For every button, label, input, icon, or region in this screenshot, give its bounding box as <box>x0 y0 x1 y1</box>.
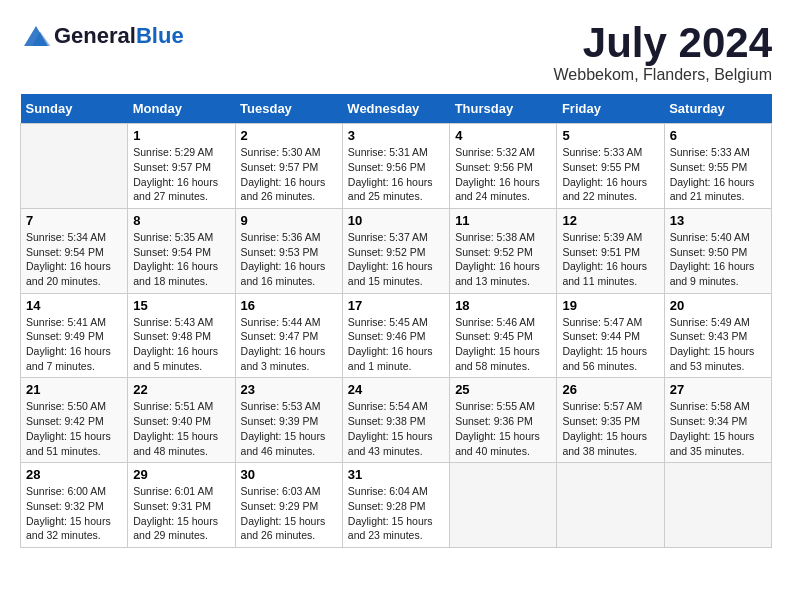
day-number: 2 <box>241 128 337 143</box>
logo: GeneralBlue <box>20 20 184 52</box>
day-info: Sunrise: 5:33 AMSunset: 9:55 PMDaylight:… <box>670 145 766 204</box>
day-number: 1 <box>133 128 229 143</box>
header-monday: Monday <box>128 94 235 124</box>
title-block: July 2024 Webbekom, Flanders, Belgium <box>554 20 772 84</box>
day-info: Sunrise: 6:04 AMSunset: 9:28 PMDaylight:… <box>348 484 444 543</box>
calendar-cell: 27Sunrise: 5:58 AMSunset: 9:34 PMDayligh… <box>664 378 771 463</box>
calendar-cell: 7Sunrise: 5:34 AMSunset: 9:54 PMDaylight… <box>21 208 128 293</box>
day-number: 20 <box>670 298 766 313</box>
day-info: Sunrise: 5:47 AMSunset: 9:44 PMDaylight:… <box>562 315 658 374</box>
day-number: 10 <box>348 213 444 228</box>
week-row-5: 28Sunrise: 6:00 AMSunset: 9:32 PMDayligh… <box>21 463 772 548</box>
calendar-cell: 17Sunrise: 5:45 AMSunset: 9:46 PMDayligh… <box>342 293 449 378</box>
day-number: 23 <box>241 382 337 397</box>
week-row-1: 1Sunrise: 5:29 AMSunset: 9:57 PMDaylight… <box>21 124 772 209</box>
day-info: Sunrise: 5:35 AMSunset: 9:54 PMDaylight:… <box>133 230 229 289</box>
day-info: Sunrise: 5:38 AMSunset: 9:52 PMDaylight:… <box>455 230 551 289</box>
logo-blue-text: Blue <box>136 23 184 49</box>
day-number: 3 <box>348 128 444 143</box>
day-info: Sunrise: 6:03 AMSunset: 9:29 PMDaylight:… <box>241 484 337 543</box>
day-info: Sunrise: 5:32 AMSunset: 9:56 PMDaylight:… <box>455 145 551 204</box>
calendar-cell: 24Sunrise: 5:54 AMSunset: 9:38 PMDayligh… <box>342 378 449 463</box>
day-info: Sunrise: 5:51 AMSunset: 9:40 PMDaylight:… <box>133 399 229 458</box>
calendar-cell: 25Sunrise: 5:55 AMSunset: 9:36 PMDayligh… <box>450 378 557 463</box>
header-thursday: Thursday <box>450 94 557 124</box>
calendar-cell: 22Sunrise: 5:51 AMSunset: 9:40 PMDayligh… <box>128 378 235 463</box>
week-row-4: 21Sunrise: 5:50 AMSunset: 9:42 PMDayligh… <box>21 378 772 463</box>
day-number: 6 <box>670 128 766 143</box>
calendar-cell: 12Sunrise: 5:39 AMSunset: 9:51 PMDayligh… <box>557 208 664 293</box>
day-info: Sunrise: 5:49 AMSunset: 9:43 PMDaylight:… <box>670 315 766 374</box>
day-number: 31 <box>348 467 444 482</box>
calendar-cell: 29Sunrise: 6:01 AMSunset: 9:31 PMDayligh… <box>128 463 235 548</box>
day-info: Sunrise: 5:41 AMSunset: 9:49 PMDaylight:… <box>26 315 122 374</box>
day-info: Sunrise: 6:00 AMSunset: 9:32 PMDaylight:… <box>26 484 122 543</box>
day-number: 25 <box>455 382 551 397</box>
day-info: Sunrise: 6:01 AMSunset: 9:31 PMDaylight:… <box>133 484 229 543</box>
calendar-cell: 30Sunrise: 6:03 AMSunset: 9:29 PMDayligh… <box>235 463 342 548</box>
calendar-cell: 9Sunrise: 5:36 AMSunset: 9:53 PMDaylight… <box>235 208 342 293</box>
calendar-cell: 18Sunrise: 5:46 AMSunset: 9:45 PMDayligh… <box>450 293 557 378</box>
day-info: Sunrise: 5:33 AMSunset: 9:55 PMDaylight:… <box>562 145 658 204</box>
calendar-cell: 15Sunrise: 5:43 AMSunset: 9:48 PMDayligh… <box>128 293 235 378</box>
day-info: Sunrise: 5:45 AMSunset: 9:46 PMDaylight:… <box>348 315 444 374</box>
calendar-cell: 11Sunrise: 5:38 AMSunset: 9:52 PMDayligh… <box>450 208 557 293</box>
logo-general-text: General <box>54 23 136 49</box>
calendar-cell: 21Sunrise: 5:50 AMSunset: 9:42 PMDayligh… <box>21 378 128 463</box>
day-number: 29 <box>133 467 229 482</box>
day-number: 7 <box>26 213 122 228</box>
week-row-2: 7Sunrise: 5:34 AMSunset: 9:54 PMDaylight… <box>21 208 772 293</box>
calendar-cell <box>450 463 557 548</box>
day-number: 24 <box>348 382 444 397</box>
header-tuesday: Tuesday <box>235 94 342 124</box>
calendar-cell: 10Sunrise: 5:37 AMSunset: 9:52 PMDayligh… <box>342 208 449 293</box>
day-number: 12 <box>562 213 658 228</box>
day-info: Sunrise: 5:58 AMSunset: 9:34 PMDaylight:… <box>670 399 766 458</box>
day-number: 11 <box>455 213 551 228</box>
header-friday: Friday <box>557 94 664 124</box>
logo-icon <box>20 20 52 52</box>
day-info: Sunrise: 5:36 AMSunset: 9:53 PMDaylight:… <box>241 230 337 289</box>
day-info: Sunrise: 5:54 AMSunset: 9:38 PMDaylight:… <box>348 399 444 458</box>
calendar-cell: 31Sunrise: 6:04 AMSunset: 9:28 PMDayligh… <box>342 463 449 548</box>
day-number: 17 <box>348 298 444 313</box>
calendar-cell <box>664 463 771 548</box>
calendar-cell: 1Sunrise: 5:29 AMSunset: 9:57 PMDaylight… <box>128 124 235 209</box>
calendar-cell: 16Sunrise: 5:44 AMSunset: 9:47 PMDayligh… <box>235 293 342 378</box>
calendar-cell: 20Sunrise: 5:49 AMSunset: 9:43 PMDayligh… <box>664 293 771 378</box>
calendar-cell: 4Sunrise: 5:32 AMSunset: 9:56 PMDaylight… <box>450 124 557 209</box>
day-number: 26 <box>562 382 658 397</box>
day-info: Sunrise: 5:57 AMSunset: 9:35 PMDaylight:… <box>562 399 658 458</box>
page-header: GeneralBlue July 2024 Webbekom, Flanders… <box>20 20 772 84</box>
day-number: 4 <box>455 128 551 143</box>
day-info: Sunrise: 5:37 AMSunset: 9:52 PMDaylight:… <box>348 230 444 289</box>
day-info: Sunrise: 5:34 AMSunset: 9:54 PMDaylight:… <box>26 230 122 289</box>
header-sunday: Sunday <box>21 94 128 124</box>
day-info: Sunrise: 5:50 AMSunset: 9:42 PMDaylight:… <box>26 399 122 458</box>
calendar-cell: 19Sunrise: 5:47 AMSunset: 9:44 PMDayligh… <box>557 293 664 378</box>
day-info: Sunrise: 5:29 AMSunset: 9:57 PMDaylight:… <box>133 145 229 204</box>
day-info: Sunrise: 5:44 AMSunset: 9:47 PMDaylight:… <box>241 315 337 374</box>
day-info: Sunrise: 5:31 AMSunset: 9:56 PMDaylight:… <box>348 145 444 204</box>
day-info: Sunrise: 5:39 AMSunset: 9:51 PMDaylight:… <box>562 230 658 289</box>
day-number: 16 <box>241 298 337 313</box>
calendar-header-row: SundayMondayTuesdayWednesdayThursdayFrid… <box>21 94 772 124</box>
day-number: 22 <box>133 382 229 397</box>
day-number: 19 <box>562 298 658 313</box>
day-number: 21 <box>26 382 122 397</box>
calendar-cell: 23Sunrise: 5:53 AMSunset: 9:39 PMDayligh… <box>235 378 342 463</box>
calendar-cell <box>557 463 664 548</box>
day-number: 18 <box>455 298 551 313</box>
calendar-cell: 26Sunrise: 5:57 AMSunset: 9:35 PMDayligh… <box>557 378 664 463</box>
calendar-cell: 28Sunrise: 6:00 AMSunset: 9:32 PMDayligh… <box>21 463 128 548</box>
day-number: 28 <box>26 467 122 482</box>
day-number: 14 <box>26 298 122 313</box>
calendar-cell: 13Sunrise: 5:40 AMSunset: 9:50 PMDayligh… <box>664 208 771 293</box>
day-info: Sunrise: 5:46 AMSunset: 9:45 PMDaylight:… <box>455 315 551 374</box>
calendar-cell <box>21 124 128 209</box>
calendar-cell: 8Sunrise: 5:35 AMSunset: 9:54 PMDaylight… <box>128 208 235 293</box>
day-info: Sunrise: 5:43 AMSunset: 9:48 PMDaylight:… <box>133 315 229 374</box>
location-subtitle: Webbekom, Flanders, Belgium <box>554 66 772 84</box>
month-title: July 2024 <box>554 20 772 66</box>
day-number: 30 <box>241 467 337 482</box>
